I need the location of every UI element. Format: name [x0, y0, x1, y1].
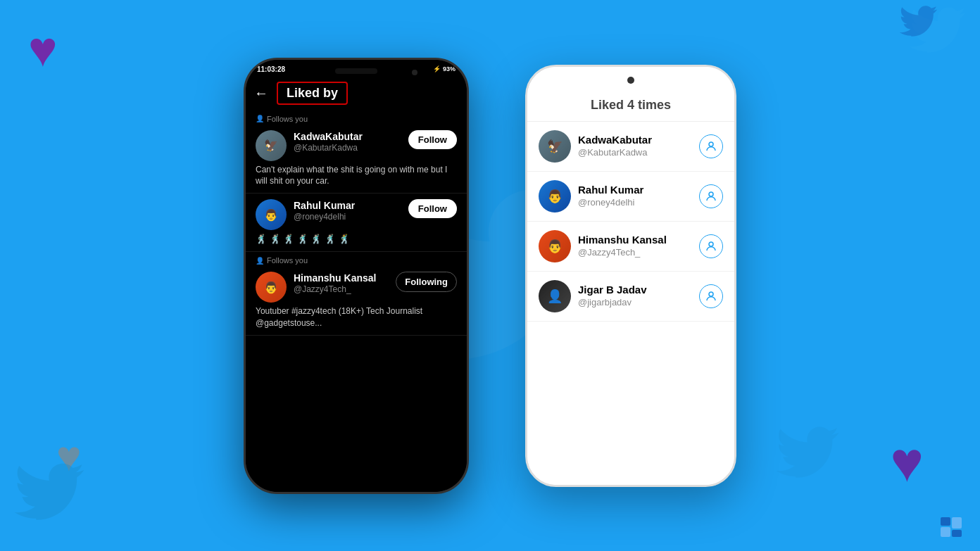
avatar-img-rahul: 👨 — [256, 199, 287, 230]
status-bar-dark: 11:03:28 ⚡ 93% — [246, 60, 467, 76]
avatar-kadwa-white: 🦅 — [539, 130, 571, 163]
user-left-himanshu: 👨 Himanshu Kansal @Jazzy4Tech_ — [539, 230, 667, 262]
user-list-dark: 👤 Follows you 🦅 KadwaKabutar @K — [246, 110, 467, 492]
phone-dark-wrapper: 11:03:28 ⚡ 93% ← Liked by — [244, 58, 469, 494]
avatar-kadwa-dark: 🦅 — [256, 130, 287, 161]
user-name-jigar-white: Jigar B Jadav — [578, 283, 647, 297]
avatar-himanshu-dark: 👨 — [256, 272, 287, 303]
user-item-kadwa-white: 🦅 KadwaKabutar @KabutarKadwa — [527, 122, 734, 172]
user-handle-rahul-white: @roney4delhi — [578, 197, 643, 209]
user-text-kadwa: KadwaKabutar @KabutarKadwa — [294, 130, 408, 154]
svg-point-2 — [709, 242, 713, 246]
user-name-himanshu-white: Himanshu Kansal — [578, 233, 667, 247]
screen-white: Liked 4 times 🦅 KadwaKabutar @KabutarKad… — [527, 67, 734, 485]
white-header-title: Liked 4 times — [539, 98, 723, 113]
user-list-white: 🦅 KadwaKabutar @KabutarKadwa — [527, 122, 734, 485]
back-button[interactable]: ← — [254, 86, 268, 100]
avatar-img-rahul-white: 👨 — [539, 180, 571, 213]
screen-dark: 11:03:28 ⚡ 93% ← Liked by — [246, 60, 467, 492]
main-content: 11:03:28 ⚡ 93% ← Liked by — [0, 0, 980, 551]
avatar-jigar-white: 👤 — [539, 280, 571, 312]
battery-icon: ⚡ — [433, 65, 441, 72]
avatar-img-jigar-white: 👤 — [539, 280, 571, 312]
avatar-rahul-dark: 👨 — [256, 199, 287, 230]
user-bio-himanshu: Youtuber #jazzy4tech (18K+) Tech Journal… — [256, 305, 457, 329]
header-title-box: Liked by — [277, 82, 348, 105]
avatar-img-kadwa: 🦅 — [256, 130, 287, 161]
gtu-logo — [934, 514, 969, 540]
gtu-bar-1 — [941, 517, 950, 537]
user-item-himanshu-white: 👨 Himanshu Kansal @Jazzy4Tech_ — [527, 222, 734, 272]
phone-white-wrapper: Liked 4 times 🦅 KadwaKabutar @KabutarKad… — [525, 65, 736, 487]
gtu-logo-bars — [941, 517, 962, 537]
person-icon-small: 👤 — [256, 115, 264, 122]
user-name-kadwa-dark: KadwaKabutar — [294, 130, 408, 143]
user-name-rahul-white: Rahul Kumar — [578, 183, 643, 197]
user-info-rahul-white: Rahul Kumar @roney4delhi — [578, 183, 643, 208]
gtu-bar-top-1 — [941, 517, 950, 526]
user-item-jigar-white: 👤 Jigar B Jadav @jigarbjadav — [527, 272, 734, 322]
gtu-bar-top-2 — [952, 517, 962, 528]
user-bio-rahul: 🕺🏻 🕺🏻 🕺🏻 🕺🏻 🕺🏻 🕺🏻 🕺 — [256, 233, 457, 246]
user-bio-kadwa: Can't explain what the shit is going on … — [256, 164, 457, 188]
avatar-img-kadwa-white: 🦅 — [539, 130, 571, 163]
user-name-kadwa-white: KadwaKabutar — [578, 133, 652, 147]
gtu-bar-bottom-1 — [941, 527, 950, 537]
user-handle-himanshu-dark: @Jazzy4Tech_ — [294, 284, 396, 296]
gtu-bar-bottom-2 — [952, 530, 962, 537]
user-left-rahul: 👨 Rahul Kumar @roney4delhi — [539, 180, 643, 213]
user-handle-rahul-dark: @roney4delhi — [294, 212, 408, 223]
svg-point-0 — [709, 142, 713, 146]
user-handle-himanshu-white: @Jazzy4Tech_ — [578, 247, 667, 259]
svg-point-3 — [709, 292, 713, 296]
avatar-img-himanshu: 👨 — [256, 272, 287, 303]
avatar-himanshu-white: 👨 — [539, 230, 571, 262]
user-item-rahul-white: 👨 Rahul Kumar @roney4delhi — [527, 172, 734, 222]
follows-you-label-3: Follows you — [267, 256, 308, 265]
person-icon-small-3: 👤 — [256, 257, 264, 265]
person-icon-button-rahul[interactable] — [699, 184, 723, 208]
user-item-himanshu-dark: 👨 Himanshu Kansal @Jazzy4Tech_ Following… — [246, 266, 467, 336]
user-text-himanshu: Himanshu Kansal @Jazzy4Tech_ — [294, 272, 396, 296]
user-info-kadwa-white: KadwaKabutar @KabutarKadwa — [578, 133, 652, 158]
user-name-rahul-dark: Rahul Kumar — [294, 199, 408, 212]
user-handle-kadwa-dark: @KabutarKadwa — [294, 143, 408, 154]
person-icon-button-kadwa[interactable] — [699, 134, 723, 158]
follow-button-rahul[interactable]: Follow — [408, 199, 457, 218]
user-item-kadwa-dark: 🦅 KadwaKabutar @KabutarKadwa Follow Can'… — [246, 125, 467, 194]
follow-button-kadwa[interactable]: Follow — [408, 130, 457, 149]
user-name-himanshu-dark: Himanshu Kansal — [294, 272, 396, 284]
header-title-dark: Liked by — [287, 86, 338, 100]
follows-you-badge-1: 👤 Follows you — [246, 110, 467, 125]
follows-you-label-1: Follows you — [267, 115, 308, 123]
user-handle-kadwa-white: @KabutarKadwa — [578, 147, 652, 159]
header-bar-dark: ← Liked by — [246, 76, 467, 110]
status-time: 11:03:28 — [257, 65, 285, 73]
user-text-rahul: Rahul Kumar @roney4delhi — [294, 199, 408, 223]
user-item-rahul-dark: 👨 Rahul Kumar @roney4delhi Follow 🕺🏻 🕺🏻 … — [246, 194, 467, 252]
avatar-img-himanshu-white: 👨 — [539, 230, 571, 262]
battery-percent: 93% — [443, 65, 456, 72]
user-left-kadwa: 🦅 KadwaKabutar @KabutarKadwa — [539, 130, 652, 163]
camera-dot-dark — [412, 70, 417, 75]
following-button-himanshu[interactable]: Following — [396, 272, 457, 292]
user-left-jigar: 👤 Jigar B Jadav @jigarbjadav — [539, 280, 647, 312]
status-right: ⚡ 93% — [433, 65, 456, 72]
white-header: Liked 4 times — [527, 67, 734, 122]
avatar-rahul-white: 👨 — [539, 180, 571, 213]
phone-dark: 11:03:28 ⚡ 93% ← Liked by — [244, 58, 469, 494]
follows-you-badge-3: 👤 Follows you — [246, 252, 467, 266]
person-icon-button-himanshu[interactable] — [699, 234, 723, 258]
user-info-jigar-white: Jigar B Jadav @jigarbjadav — [578, 283, 647, 308]
svg-point-1 — [709, 192, 713, 196]
person-icon-button-jigar[interactable] — [699, 284, 723, 308]
user-info-himanshu-white: Himanshu Kansal @Jazzy4Tech_ — [578, 233, 667, 258]
phone-white: Liked 4 times 🦅 KadwaKabutar @KabutarKad… — [525, 65, 736, 487]
user-handle-jigar-white: @jigarbjadav — [578, 297, 647, 309]
gtu-bar-2 — [952, 517, 962, 537]
